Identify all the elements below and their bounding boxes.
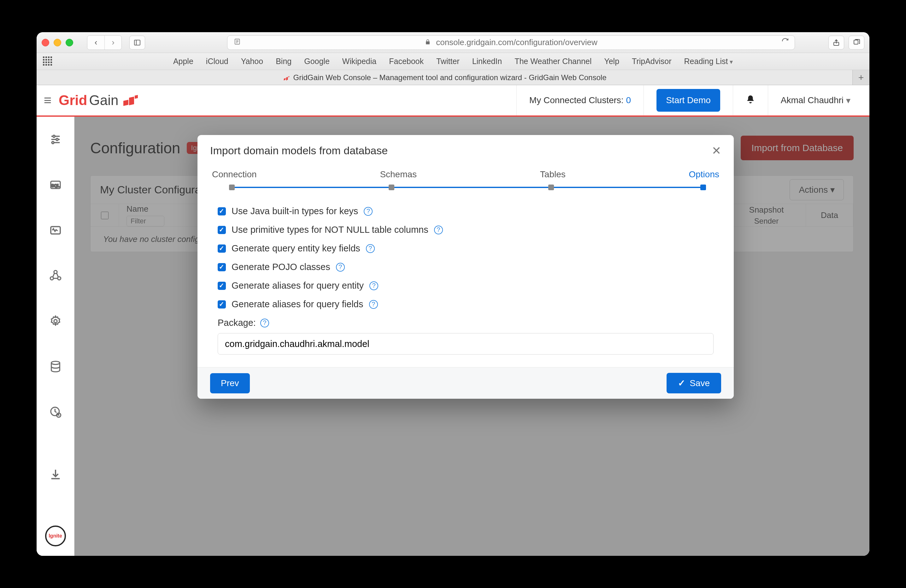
- bookmark-item[interactable]: Facebook: [389, 57, 424, 66]
- sidebar-storage-icon[interactable]: [49, 360, 62, 373]
- sidebar-cluster-icon[interactable]: [49, 269, 62, 283]
- app-header: ≡ GridGain My Connected Clusters: 0 Star…: [37, 85, 869, 117]
- nav-history: ‹ ›: [87, 35, 122, 50]
- minimize-window-icon[interactable]: [54, 39, 61, 46]
- svg-point-21: [51, 361, 60, 364]
- sidebar-download-icon[interactable]: [49, 467, 62, 481]
- wizard-stepper: Connection Schemas Tables Options: [198, 166, 734, 196]
- connected-clusters[interactable]: My Connected Clusters: 0: [517, 85, 644, 115]
- svg-point-13: [52, 142, 54, 144]
- help-icon[interactable]: ?: [366, 244, 375, 253]
- bell-icon: [746, 95, 755, 106]
- svg-point-9: [53, 135, 55, 137]
- step-marker-icon: [389, 185, 394, 190]
- bookmark-item[interactable]: TripAdvisor: [632, 57, 672, 66]
- browser-tab[interactable]: GridGain Web Console – Management tool a…: [37, 70, 852, 85]
- help-icon[interactable]: ?: [364, 207, 373, 216]
- step-connection[interactable]: Connection: [212, 169, 257, 180]
- opt-pojo-checkbox[interactable]: [218, 263, 226, 271]
- svg-text:SQL: SQL: [51, 183, 60, 188]
- svg-point-18: [50, 277, 53, 280]
- help-icon[interactable]: ?: [336, 263, 345, 272]
- back-button[interactable]: ‹: [88, 36, 104, 49]
- bookmark-item[interactable]: Bing: [276, 57, 292, 66]
- bookmark-bar: Apple iCloud Yahoo Bing Google Wikipedia…: [37, 53, 869, 70]
- help-icon[interactable]: ?: [434, 226, 443, 234]
- maximize-window-icon[interactable]: [65, 39, 73, 46]
- step-options[interactable]: Options: [689, 169, 719, 180]
- notifications-button[interactable]: [733, 85, 768, 115]
- step-marker-icon: [229, 185, 235, 190]
- step-marker-icon: [700, 185, 706, 190]
- bookmark-item[interactable]: Yahoo: [241, 57, 263, 66]
- svg-rect-0: [134, 40, 140, 45]
- sidebar-monitor-icon[interactable]: [49, 223, 62, 237]
- opt-alias-fields-checkbox[interactable]: [218, 300, 226, 309]
- titlebar: ‹ › console.gridgain.com/configuration/o…: [37, 32, 869, 53]
- refresh-icon[interactable]: [782, 38, 789, 47]
- help-icon[interactable]: ?: [369, 281, 378, 290]
- svg-point-19: [57, 277, 61, 280]
- bookmark-item[interactable]: Yelp: [604, 57, 619, 66]
- step-schemas[interactable]: Schemas: [380, 169, 417, 180]
- bookmark-item[interactable]: Twitter: [436, 57, 459, 66]
- bookmark-item[interactable]: Reading List: [684, 57, 733, 66]
- url-text: console.gridgain.com/configuration/overv…: [436, 38, 598, 47]
- apps-grid-icon[interactable]: [43, 56, 53, 67]
- modal-title: Import domain models from database: [210, 145, 388, 157]
- save-button[interactable]: Save: [667, 373, 721, 394]
- user-menu[interactable]: Akmal Chaudhri: [768, 85, 863, 115]
- url-bar[interactable]: console.gridgain.com/configuration/overv…: [227, 35, 795, 50]
- opt-java-builtin-checkbox[interactable]: [218, 207, 226, 215]
- forward-button[interactable]: ›: [104, 36, 121, 49]
- bookmark-item[interactable]: iCloud: [206, 57, 228, 66]
- import-modal: Import domain models from database ✕ Con…: [198, 135, 734, 399]
- bookmark-item[interactable]: LinkedIn: [472, 57, 502, 66]
- app-body: SQL Ignite Configuration Ignite 2.7▾ ? +…: [37, 117, 869, 556]
- tab-title: GridGain Web Console – Management tool a…: [293, 73, 607, 82]
- content-area: Configuration Ignite 2.7▾ ? + Create Clu…: [75, 117, 869, 556]
- start-demo-button[interactable]: Start Demo: [657, 89, 720, 112]
- brand-mark-icon: [122, 94, 137, 107]
- bookmark-item[interactable]: Apple: [173, 57, 193, 66]
- svg-point-11: [56, 139, 58, 141]
- bookmark-item[interactable]: The Weather Channel: [515, 57, 592, 66]
- step-tables[interactable]: Tables: [540, 169, 566, 180]
- browser-window: ‹ › console.gridgain.com/configuration/o…: [37, 32, 869, 556]
- sidebar-sql-icon[interactable]: SQL: [49, 178, 62, 192]
- help-icon[interactable]: ?: [369, 300, 378, 309]
- share-button[interactable]: [828, 36, 844, 49]
- brand-logo[interactable]: GridGain: [59, 92, 137, 108]
- certification-badge-icon[interactable]: Ignite: [45, 526, 66, 547]
- tabs-button[interactable]: [849, 36, 865, 49]
- menu-icon[interactable]: ≡: [37, 93, 59, 108]
- tab-bar: GridGain Web Console – Management tool a…: [37, 70, 869, 85]
- sidebar-config-icon[interactable]: [49, 132, 62, 147]
- sidebar: SQL Ignite: [37, 117, 75, 556]
- lock-icon: [424, 38, 431, 47]
- opt-query-keyfields-checkbox[interactable]: [218, 244, 226, 253]
- bookmark-item[interactable]: Wikipedia: [342, 57, 376, 66]
- window-controls: [41, 39, 73, 46]
- sidebar-schedule-icon[interactable]: [49, 405, 62, 419]
- step-marker-icon: [548, 185, 554, 190]
- package-input[interactable]: [218, 333, 713, 355]
- new-tab-button[interactable]: +: [852, 70, 869, 85]
- reader-icon: [234, 38, 241, 47]
- opt-primitive-notnull-checkbox[interactable]: [218, 226, 226, 234]
- opt-alias-entity-checkbox[interactable]: [218, 282, 226, 290]
- sidebar-toggle-button[interactable]: [129, 36, 145, 49]
- prev-button[interactable]: Prev: [210, 373, 250, 394]
- help-icon[interactable]: ?: [260, 319, 269, 327]
- close-window-icon[interactable]: [41, 39, 49, 46]
- favicon-icon: [283, 74, 290, 81]
- bookmark-item[interactable]: Google: [304, 57, 330, 66]
- svg-point-20: [54, 320, 57, 323]
- close-icon[interactable]: ✕: [712, 145, 721, 156]
- sidebar-settings-icon[interactable]: [49, 314, 62, 328]
- svg-rect-7: [854, 40, 858, 44]
